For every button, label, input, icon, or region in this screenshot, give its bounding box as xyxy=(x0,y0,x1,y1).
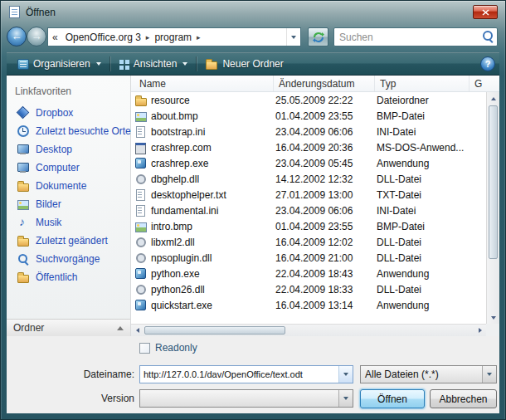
file-date: 23.04.2009 06:06 xyxy=(270,126,372,138)
folders-expander[interactable]: Ordner xyxy=(7,319,130,336)
filename-input[interactable] xyxy=(140,369,338,379)
sidebar-item-label: Suchvorgänge xyxy=(36,253,100,265)
close-button[interactable] xyxy=(473,5,498,19)
views-button[interactable]: Ansichten xyxy=(112,56,195,72)
horizontal-scrollbar[interactable] xyxy=(131,324,486,336)
public-folder-icon xyxy=(17,271,30,284)
file-date: 27.01.2009 13:00 xyxy=(270,189,372,201)
column-header-name[interactable]: Name xyxy=(131,76,274,91)
vertical-scrollbar[interactable] xyxy=(486,92,499,324)
file-row[interactable]: quickstart.exe 16.04.2009 13:14 Anwendun… xyxy=(131,297,486,313)
column-header-size[interactable]: G xyxy=(470,76,499,91)
file-date: 16.04.2009 13:14 xyxy=(270,300,372,311)
open-button[interactable]: Öffnen xyxy=(360,389,425,408)
scroll-up-button[interactable] xyxy=(487,92,499,105)
new-folder-button[interactable]: Neuer Ordner xyxy=(198,55,289,73)
organize-button[interactable]: Organisieren xyxy=(11,56,108,72)
sidebar-item-label: Dokumente xyxy=(36,180,86,192)
breadcrumb-collapse[interactable]: « xyxy=(48,32,62,43)
breadcrumb-separator-icon: ▸ xyxy=(195,33,202,42)
horizontal-scroll-thumb[interactable] xyxy=(144,326,285,335)
dos-file-icon xyxy=(134,141,148,154)
sidebar-item-label: Desktop xyxy=(36,144,72,155)
file-row[interactable]: resource 25.05.2009 22:22 Dateiordner xyxy=(131,92,486,108)
file-row[interactable]: bootstrap.ini 23.04.2009 06:06 INI-Datei xyxy=(131,124,486,139)
documents-icon xyxy=(17,179,30,193)
sidebar-item-searches[interactable]: Suchvorgänge xyxy=(7,250,130,268)
file-row[interactable]: intro.bmp 01.04.2009 23:55 BMP-Datei xyxy=(131,218,486,234)
file-date: 16.04.2009 12:02 xyxy=(270,237,372,248)
file-name: crashrep.com xyxy=(148,142,270,154)
file-name: python26.dll xyxy=(148,284,270,295)
file-row[interactable]: python26.dll 22.04.2009 18:33 DLL-Datei xyxy=(131,281,486,297)
file-name: bootstrap.ini xyxy=(148,126,270,138)
file-type: Dateiordner xyxy=(372,95,486,106)
sidebar-item-label: Musik xyxy=(36,217,61,228)
forward-arrow-icon: → xyxy=(32,30,42,42)
scroll-left-button[interactable] xyxy=(131,325,144,336)
sidebar-item-computer[interactable]: Computer xyxy=(7,159,130,177)
file-row[interactable]: npsoplugin.dll 16.04.2009 21:00 DLL-Date… xyxy=(131,250,486,266)
version-dropdown-button[interactable] xyxy=(338,390,353,407)
sidebar-item-music[interactable]: Musik xyxy=(7,213,130,232)
column-header-date[interactable]: Änderungsdatum xyxy=(274,76,375,91)
version-combobox[interactable] xyxy=(139,389,353,408)
file-name: intro.bmp xyxy=(148,221,270,232)
file-row[interactable]: crashrep.exe 23.04.2009 05:45 Anwendung xyxy=(131,155,486,171)
readonly-checkbox[interactable] xyxy=(139,343,150,354)
column-header-type[interactable]: Typ xyxy=(375,76,470,91)
filetype-combobox[interactable]: Alle Dateien (*.*) xyxy=(360,365,497,383)
refresh-icon xyxy=(313,32,324,43)
file-row[interactable]: crashrep.com 16.04.2009 20:36 MS-DOS-Anw… xyxy=(131,139,486,155)
file-name: desktophelper.txt xyxy=(148,189,270,201)
file-row[interactable]: python.exe 22.04.2009 18:43 Anwendung xyxy=(131,266,486,281)
vertical-scroll-thumb[interactable] xyxy=(489,105,498,259)
readonly-option[interactable]: Readonly xyxy=(139,342,197,354)
dll-file-icon xyxy=(134,173,148,186)
sidebar-item-recent-places[interactable]: Zuletzt besuchte Orte xyxy=(7,122,130,140)
file-row[interactable]: fundamental.ini 23.04.2009 06:06 INI-Dat… xyxy=(131,203,486,218)
search-icon[interactable] xyxy=(480,29,497,46)
file-type: MS-DOS-Anwend... xyxy=(372,142,486,154)
cancel-button[interactable]: Abbrechen xyxy=(430,389,497,408)
open-dialog: Öffnen ← → « OpenOffice.org 3 ▸ program … xyxy=(0,0,506,420)
list-header: Name Änderungsdatum Typ G xyxy=(131,76,499,92)
scroll-right-button[interactable] xyxy=(474,325,486,336)
refresh-button[interactable] xyxy=(308,27,328,46)
sidebar-item-documents[interactable]: Dokumente xyxy=(7,177,130,195)
help-icon: ? xyxy=(485,59,491,69)
views-icon xyxy=(119,59,129,70)
sidebar-item-recently-changed[interactable]: Zuletzt geändert xyxy=(7,232,130,250)
file-row[interactable]: dbghelp.dll 14.12.2002 12:32 DLL-Datei xyxy=(131,171,486,187)
filename-dropdown-button[interactable] xyxy=(338,366,353,383)
sidebar-item-pictures[interactable]: Bilder xyxy=(7,195,130,213)
sidebar-item-public[interactable]: Öffentlich xyxy=(7,268,130,286)
version-label: Version xyxy=(7,389,134,408)
breadcrumb-item-openoffice[interactable]: OpenOffice.org 3 xyxy=(62,32,144,43)
computer-icon xyxy=(17,161,30,174)
dropbox-icon xyxy=(17,106,30,120)
dialog-client-area: Linkfavoriten Dropbox Zuletzt besuchte O… xyxy=(7,76,499,413)
breadcrumb-separator-icon: ▸ xyxy=(144,33,152,42)
sidebar-item-desktop[interactable]: Desktop xyxy=(7,140,130,159)
search-folder-icon xyxy=(17,252,30,266)
file-row[interactable]: desktophelper.txt 27.01.2009 13:00 TXT-D… xyxy=(131,187,486,203)
scroll-down-button[interactable] xyxy=(487,311,499,324)
file-row[interactable]: libxml2.dll 16.04.2009 12:02 DLL-Datei xyxy=(131,234,486,250)
search-input[interactable] xyxy=(334,32,480,43)
file-date: 23.04.2009 05:45 xyxy=(270,158,372,169)
breadcrumb-item-program[interactable]: program xyxy=(151,32,195,43)
file-row[interactable]: about.bmp 01.04.2009 23:55 BMP-Datei xyxy=(131,108,486,124)
sidebar-item-label: Zuletzt besuchte Orte xyxy=(36,125,131,137)
forward-button[interactable]: → xyxy=(27,27,46,46)
desktop-icon xyxy=(17,143,30,156)
help-button[interactable]: ? xyxy=(480,56,495,71)
file-type: BMP-Datei xyxy=(372,110,486,122)
breadcrumb: « OpenOffice.org 3 ▸ program ▸ xyxy=(47,27,301,46)
back-button[interactable]: ← xyxy=(7,27,27,46)
sidebar-item-dropbox[interactable]: Dropbox xyxy=(7,104,130,122)
filetype-dropdown-button[interactable] xyxy=(482,366,496,383)
breadcrumb-dropdown-button[interactable] xyxy=(286,28,300,46)
file-name: dbghelp.dll xyxy=(148,173,270,185)
file-date: 22.04.2009 18:43 xyxy=(270,268,372,280)
